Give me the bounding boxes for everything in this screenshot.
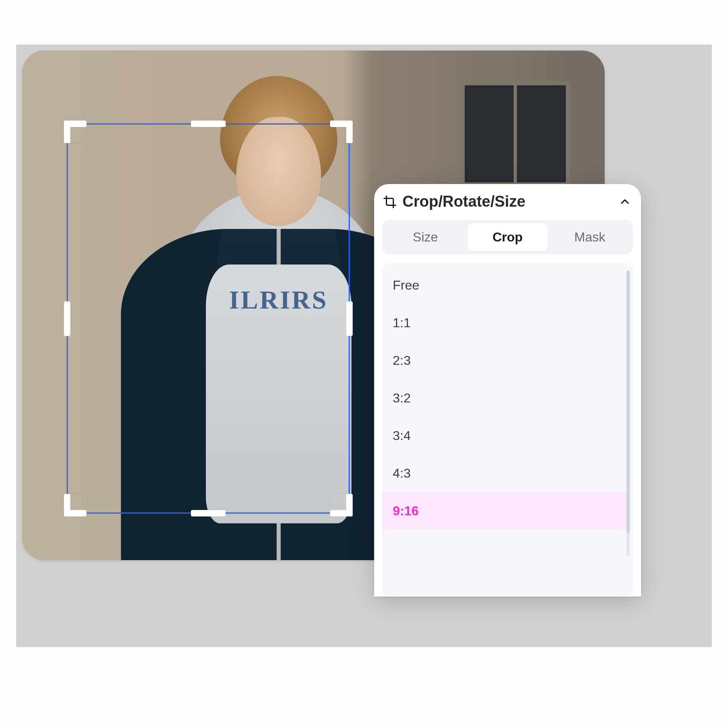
aspect-option-1-1[interactable]: 1:1	[382, 304, 626, 342]
crop-handle-bottom-right[interactable]	[330, 494, 353, 516]
panel-header[interactable]: Crop/Rotate/Size	[374, 184, 641, 214]
crop-handle-top[interactable]	[191, 121, 226, 127]
crop-rotate-size-panel: Crop/Rotate/Size Size Crop Mask Free 1:1…	[374, 184, 641, 597]
aspect-option-2-3[interactable]: 2:3	[382, 342, 626, 379]
tab-mask[interactable]: Mask	[550, 223, 630, 251]
panel-tabs: Size Crop Mask	[382, 220, 633, 254]
aspect-option-4-3[interactable]: 4:3	[382, 455, 626, 492]
crop-selection[interactable]	[67, 123, 350, 514]
aspect-option-3-4[interactable]: 3:4	[382, 417, 626, 455]
aspect-option-3-2[interactable]: 3:2	[382, 379, 626, 417]
crop-handle-top-right[interactable]	[330, 121, 353, 143]
crop-handle-right[interactable]	[346, 301, 353, 336]
crop-handle-bottom[interactable]	[191, 510, 226, 516]
tab-size[interactable]: Size	[385, 223, 465, 251]
crop-icon	[383, 195, 397, 209]
crop-handle-top-left[interactable]	[64, 121, 87, 143]
crop-aspect-options: Free 1:1 2:3 3:2 3:4 4:3 9:16	[382, 263, 633, 597]
page-chrome-top	[0, 0, 728, 44]
crop-handle-left[interactable]	[64, 301, 70, 336]
options-scrollbar-thumb[interactable]	[626, 271, 630, 533]
tab-crop[interactable]: Crop	[468, 223, 547, 251]
crop-handle-bottom-left[interactable]	[64, 494, 87, 516]
collapse-chevron-icon[interactable]	[619, 196, 631, 207]
options-scroll[interactable]: Free 1:1 2:3 3:2 3:4 4:3 9:16	[382, 263, 626, 597]
aspect-option-more[interactable]	[382, 530, 626, 544]
aspect-option-9-16[interactable]: 9:16	[382, 492, 626, 530]
editor-canvas: ILRIRS	[16, 44, 712, 647]
panel-title: Crop/Rotate/Size	[402, 193, 525, 210]
options-scrollbar[interactable]	[626, 271, 630, 556]
aspect-option-free[interactable]: Free	[382, 267, 626, 304]
